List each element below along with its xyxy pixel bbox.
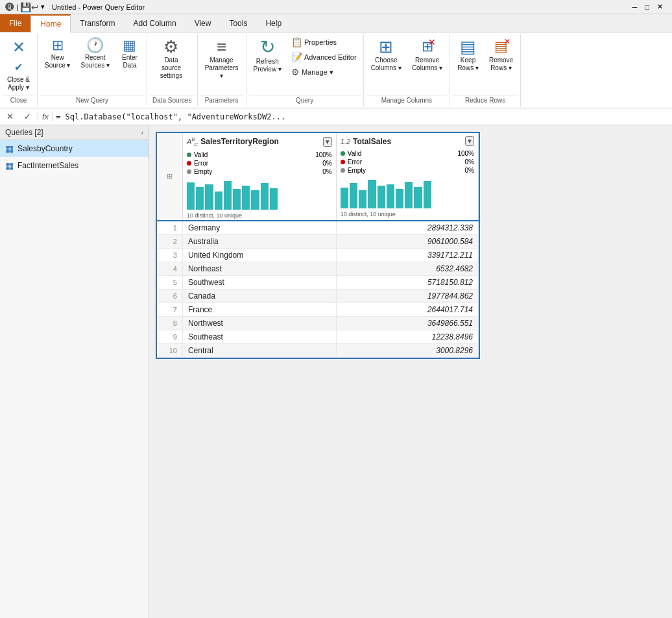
col-dropdown-sales[interactable]: ▼: [465, 136, 474, 146]
enter-data-button[interactable]: ▦ EnterData: [115, 35, 144, 73]
error-dot-1: [187, 161, 191, 166]
cell-sales-8: 12238.8496: [336, 330, 478, 343]
table-selector-icon: ⊞: [167, 172, 173, 180]
table-row[interactable]: 3 United Kingdom 3391712.211: [157, 248, 479, 262]
cell-region-1: Australia: [182, 234, 336, 248]
title-bar-icon-undo[interactable]: ↩: [31, 2, 39, 12]
row-num-7: 8: [157, 316, 182, 330]
cell-region-9: Central: [182, 343, 336, 357]
ribbon-group-close: ✕✔ Close & Apply ▾ Close: [0, 34, 38, 106]
cell-sales-5: 1977844.862: [336, 289, 478, 303]
sidebar-collapse-icon[interactable]: ‹: [141, 129, 143, 136]
sidebar-item-fact-internet-sales[interactable]: ▦ FactInternetSales: [0, 157, 149, 174]
preview-wrapper: ⊞ ABC SalesTerritoryRegion ▼: [156, 132, 480, 359]
data-source-settings-label: Data sourcesettings: [154, 56, 188, 80]
sidebar: Queries [2] ‹ ▦ SalesbyCountry ▦ FactInt…: [0, 125, 149, 618]
table-row[interactable]: 1 Germany 2894312.338: [157, 221, 479, 235]
formula-bar-input[interactable]: [56, 112, 669, 121]
window-maximize[interactable]: □: [641, 3, 653, 11]
sidebar-item-label-1: SalesbyCountry: [18, 144, 73, 153]
ribbon-group-new-query: ⊞ NewSource ▾ 🕐 RecentSources ▾ ▦ EnterD…: [38, 34, 147, 106]
error-dot-2: [341, 160, 345, 164]
ribbon-group-reduce-rows: ▤ KeepRows ▾ ▤✕ RemoveRows ▾ Reduce Rows: [450, 34, 521, 106]
valid-dot-1: [187, 153, 191, 157]
empty-pct-1: 0%: [322, 168, 331, 175]
formula-fx-label: fx: [38, 112, 53, 121]
enter-data-icon: ▦: [123, 38, 136, 53]
ribbon-group-data-sources: ⚙ Data sourcesettings Data Sources: [147, 34, 198, 106]
col-name-region: SalesTerritoryRegion: [200, 137, 278, 146]
tab-help[interactable]: Help: [256, 14, 291, 32]
formula-bar: ✕ ✓ fx: [0, 108, 672, 125]
table-row[interactable]: 5 Southwest 5718150.812: [157, 275, 479, 289]
title-bar-title: Untitled - Power Query Editor: [52, 3, 145, 11]
col-dropdown-region[interactable]: ▼: [323, 137, 332, 147]
tab-home[interactable]: Home: [30, 14, 71, 32]
error-label-1: Error: [194, 160, 320, 167]
row-num-8: 9: [157, 330, 182, 343]
cell-region-5: Canada: [182, 289, 336, 303]
tab-file[interactable]: File: [0, 14, 30, 32]
recent-sources-button[interactable]: 🕐 RecentSources ▾: [76, 35, 114, 73]
data-source-settings-icon: ⚙: [163, 38, 178, 55]
table-row[interactable]: 4 Northeast 6532.4682: [157, 262, 479, 275]
table-row[interactable]: 9 Southeast 12238.8496: [157, 330, 479, 343]
table-row[interactable]: 8 Northwest 3649866.551: [157, 316, 479, 330]
data-source-settings-button[interactable]: ⚙ Data sourcesettings: [150, 35, 193, 83]
manage-parameters-button[interactable]: ≡ ManageParameters ▾: [200, 35, 243, 83]
table-row[interactable]: 10 Central 3000.8296: [157, 343, 479, 357]
new-source-button[interactable]: ⊞ NewSource ▾: [40, 35, 75, 73]
row-num-0: 1: [157, 221, 182, 235]
choose-columns-button[interactable]: ⊞ ChooseColumns ▾: [366, 35, 406, 75]
refresh-preview-button[interactable]: ↻ RefreshPreview ▾: [249, 35, 286, 95]
sidebar-item-sales-by-country[interactable]: ▦ SalesbyCountry: [0, 140, 149, 157]
tab-view[interactable]: View: [186, 14, 221, 32]
close-apply-button[interactable]: ✕✔ Close & Apply ▾: [3, 35, 34, 95]
row-num-4: 5: [157, 275, 182, 289]
ribbon-tabs: File Home Transform Add Column View Tool…: [0, 14, 672, 32]
table-row[interactable]: 7 France 2644017.714: [157, 303, 479, 316]
refresh-preview-label: RefreshPreview ▾: [254, 58, 282, 73]
manage-button[interactable]: ⚙ Manage ▾: [287, 65, 361, 79]
empty-dot-1: [187, 169, 191, 174]
col-chart-label-region: 10 distinct, 10 unique: [187, 211, 332, 219]
remove-rows-button[interactable]: ▤✕ RemoveRows ▾: [485, 35, 518, 75]
keep-rows-icon: ▤: [460, 38, 476, 55]
col-stats-region: Valid 100% Error 0% Em: [187, 149, 332, 179]
formula-accept-button[interactable]: ✓: [20, 110, 35, 123]
new-source-icon: ⊞: [52, 38, 64, 53]
empty-label-2: Empty: [348, 167, 462, 174]
advanced-editor-icon: 📝: [291, 52, 302, 62]
parameters-group-label: Parameters: [200, 95, 243, 105]
advanced-editor-button[interactable]: 📝 Advanced Editor: [287, 50, 361, 64]
close-group-label: Close: [3, 95, 34, 105]
properties-button[interactable]: 📋 Properties: [287, 35, 361, 49]
window-minimize[interactable]: ─: [629, 3, 642, 11]
cell-region-2: United Kingdom: [182, 248, 336, 262]
remove-rows-icon: ▤✕: [494, 38, 508, 55]
table-row[interactable]: 2 Australia 9061000.584: [157, 234, 479, 248]
choose-columns-icon: ⊞: [379, 38, 393, 55]
remove-columns-button[interactable]: ⊞✕ RemoveColumns ▾: [407, 35, 447, 75]
manage-label: Manage ▾: [302, 68, 333, 77]
close-apply-label: Close & Apply ▾: [7, 76, 30, 92]
window-close[interactable]: ✕: [653, 3, 667, 11]
table-row[interactable]: 6 Canada 1977844.862: [157, 289, 479, 303]
preview-thead: ⊞ ABC SalesTerritoryRegion ▼: [157, 133, 479, 221]
tab-add-column[interactable]: Add Column: [125, 14, 186, 32]
col-type-icon-region: ABC: [187, 136, 198, 147]
valid-dot-2: [341, 151, 345, 156]
advanced-editor-label: Advanced Editor: [304, 53, 357, 61]
col-chart-label-sales: 10 distinct, 10 unique: [341, 210, 474, 217]
tab-transform[interactable]: Transform: [71, 14, 124, 32]
keep-rows-label: KeepRows ▾: [457, 56, 479, 72]
main-area: Queries [2] ‹ ▦ SalesbyCountry ▦ FactInt…: [0, 125, 672, 618]
formula-cancel-button[interactable]: ✕: [3, 110, 18, 123]
cell-sales-1: 9061000.584: [336, 234, 478, 248]
sidebar-item-label-2: FactInternetSales: [18, 161, 78, 170]
sidebar-header: Queries [2] ‹: [0, 125, 149, 140]
keep-rows-button[interactable]: ▤ KeepRows ▾: [453, 35, 483, 75]
cell-sales-2: 3391712.211: [336, 248, 478, 262]
title-bar-icon-save[interactable]: 💾: [20, 2, 31, 12]
tab-tools[interactable]: Tools: [220, 14, 256, 32]
